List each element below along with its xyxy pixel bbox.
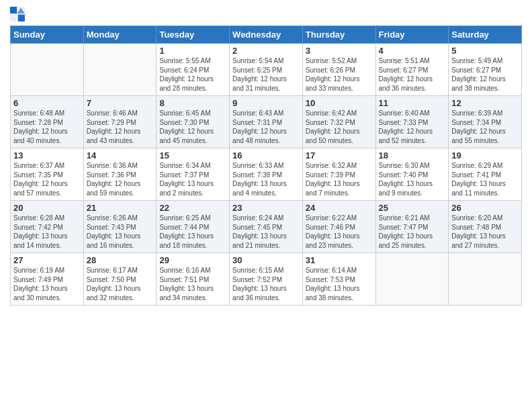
day-detail: Sunrise: 5:51 AMSunset: 6:27 PMDaylight:… [379, 56, 446, 93]
col-header-friday: Friday [375, 26, 449, 44]
calendar-cell: 6Sunrise: 6:48 AMSunset: 7:28 PMDaylight… [11, 96, 84, 148]
day-number: 9 [232, 98, 300, 108]
day-number: 14 [87, 150, 154, 161]
calendar-cell: 11Sunrise: 6:40 AMSunset: 7:33 PMDayligh… [375, 96, 449, 148]
day-detail: Sunrise: 5:52 AMSunset: 6:26 PMDaylight:… [306, 56, 373, 93]
calendar-cell: 1Sunrise: 5:55 AMSunset: 6:24 PMDaylight… [157, 44, 230, 96]
calendar-cell: 13Sunrise: 6:37 AMSunset: 7:35 PMDayligh… [11, 148, 84, 201]
calendar-cell: 31Sunrise: 6:14 AMSunset: 7:53 PMDayligh… [302, 253, 375, 306]
calendar-cell: 12Sunrise: 6:39 AMSunset: 7:34 PMDayligh… [449, 96, 522, 148]
day-detail: Sunrise: 5:55 AMSunset: 6:24 PMDaylight:… [159, 56, 226, 93]
day-detail: Sunrise: 6:17 AMSunset: 7:50 PMDaylight:… [87, 266, 154, 302]
logo-icon [10, 7, 25, 21]
header [10, 7, 522, 21]
calendar-cell: 17Sunrise: 6:32 AMSunset: 7:39 PMDayligh… [302, 148, 375, 201]
calendar-cell: 30Sunrise: 6:15 AMSunset: 7:52 PMDayligh… [230, 253, 303, 306]
day-number: 17 [306, 150, 373, 161]
day-detail: Sunrise: 6:16 AMSunset: 7:51 PMDaylight:… [159, 266, 226, 302]
logo [10, 7, 26, 21]
day-detail: Sunrise: 5:54 AMSunset: 6:25 PMDaylight:… [232, 56, 300, 93]
day-number: 25 [379, 203, 446, 213]
col-header-tuesday: Tuesday [157, 26, 230, 44]
calendar-cell: 29Sunrise: 6:16 AMSunset: 7:51 PMDayligh… [157, 253, 230, 306]
day-detail: Sunrise: 6:37 AMSunset: 7:35 PMDaylight:… [13, 161, 81, 197]
svg-rect-2 [10, 15, 17, 21]
day-detail: Sunrise: 6:28 AMSunset: 7:42 PMDaylight:… [13, 214, 81, 250]
calendar-cell [449, 253, 522, 306]
calendar-cell: 2Sunrise: 5:54 AMSunset: 6:25 PMDaylight… [230, 44, 303, 96]
day-number: 5 [451, 46, 519, 56]
day-number: 29 [159, 255, 226, 265]
day-detail: Sunrise: 6:26 AMSunset: 7:43 PMDaylight:… [87, 214, 154, 250]
calendar-cell: 15Sunrise: 6:34 AMSunset: 7:37 PMDayligh… [157, 148, 230, 201]
day-number: 21 [87, 203, 154, 213]
calendar-cell: 25Sunrise: 6:21 AMSunset: 7:47 PMDayligh… [375, 201, 449, 253]
day-detail: Sunrise: 6:48 AMSunset: 7:28 PMDaylight:… [13, 109, 81, 145]
calendar-cell: 21Sunrise: 6:26 AMSunset: 7:43 PMDayligh… [83, 201, 157, 253]
day-number: 3 [306, 46, 373, 56]
day-number: 12 [451, 98, 519, 108]
calendar-week-row: 27Sunrise: 6:19 AMSunset: 7:49 PMDayligh… [11, 253, 522, 306]
day-number: 31 [306, 255, 373, 265]
day-number: 23 [232, 203, 300, 213]
calendar-cell: 16Sunrise: 6:33 AMSunset: 7:38 PMDayligh… [230, 148, 303, 201]
day-detail: Sunrise: 6:32 AMSunset: 7:39 PMDaylight:… [306, 161, 373, 197]
day-detail: Sunrise: 6:29 AMSunset: 7:41 PMDaylight:… [451, 161, 519, 197]
day-detail: Sunrise: 6:40 AMSunset: 7:33 PMDaylight:… [379, 109, 446, 145]
day-number: 18 [379, 150, 446, 161]
svg-rect-0 [10, 7, 17, 13]
day-detail: Sunrise: 6:45 AMSunset: 7:30 PMDaylight:… [159, 109, 226, 145]
calendar-cell: 4Sunrise: 5:51 AMSunset: 6:27 PMDaylight… [375, 44, 449, 96]
day-number: 28 [87, 255, 154, 265]
day-number: 4 [379, 46, 446, 56]
calendar-cell: 14Sunrise: 6:36 AMSunset: 7:36 PMDayligh… [83, 148, 157, 201]
day-number: 20 [13, 203, 81, 213]
calendar: SundayMondayTuesdayWednesdayThursdayFrid… [10, 26, 522, 306]
day-detail: Sunrise: 6:33 AMSunset: 7:38 PMDaylight:… [232, 161, 300, 197]
day-detail: Sunrise: 6:19 AMSunset: 7:49 PMDaylight:… [13, 266, 81, 302]
day-detail: Sunrise: 6:20 AMSunset: 7:48 PMDaylight:… [451, 214, 519, 250]
day-detail: Sunrise: 6:34 AMSunset: 7:37 PMDaylight:… [159, 161, 226, 197]
day-detail: Sunrise: 6:46 AMSunset: 7:29 PMDaylight:… [87, 109, 154, 145]
day-number: 22 [159, 203, 226, 213]
calendar-cell: 8Sunrise: 6:45 AMSunset: 7:30 PMDaylight… [157, 96, 230, 148]
day-detail: Sunrise: 6:36 AMSunset: 7:36 PMDaylight:… [87, 161, 154, 197]
day-number: 7 [87, 98, 154, 108]
col-header-sunday: Sunday [11, 26, 84, 44]
day-number: 24 [306, 203, 373, 213]
calendar-cell: 27Sunrise: 6:19 AMSunset: 7:49 PMDayligh… [11, 253, 84, 306]
day-detail: Sunrise: 6:30 AMSunset: 7:40 PMDaylight:… [379, 161, 446, 197]
day-detail: Sunrise: 6:21 AMSunset: 7:47 PMDaylight:… [379, 214, 446, 250]
calendar-cell: 5Sunrise: 5:49 AMSunset: 6:27 PMDaylight… [449, 44, 522, 96]
calendar-cell: 7Sunrise: 6:46 AMSunset: 7:29 PMDaylight… [83, 96, 157, 148]
day-number: 13 [13, 150, 81, 161]
calendar-cell: 22Sunrise: 6:25 AMSunset: 7:44 PMDayligh… [157, 201, 230, 253]
day-number: 6 [13, 98, 81, 108]
day-detail: Sunrise: 6:14 AMSunset: 7:53 PMDaylight:… [306, 266, 373, 302]
day-number: 8 [159, 98, 226, 108]
day-detail: Sunrise: 6:15 AMSunset: 7:52 PMDaylight:… [232, 266, 300, 302]
calendar-cell [11, 44, 84, 96]
day-number: 26 [451, 203, 519, 213]
day-detail: Sunrise: 6:39 AMSunset: 7:34 PMDaylight:… [451, 109, 519, 145]
calendar-week-row: 6Sunrise: 6:48 AMSunset: 7:28 PMDaylight… [11, 96, 522, 148]
col-header-monday: Monday [83, 26, 157, 44]
day-number: 30 [232, 255, 300, 265]
calendar-cell [375, 253, 449, 306]
calendar-cell: 28Sunrise: 6:17 AMSunset: 7:50 PMDayligh… [83, 253, 157, 306]
day-number: 10 [306, 98, 373, 108]
svg-rect-3 [18, 15, 25, 21]
day-detail: Sunrise: 6:24 AMSunset: 7:45 PMDaylight:… [232, 214, 300, 250]
day-number: 16 [232, 150, 300, 161]
day-number: 15 [159, 150, 226, 161]
col-header-thursday: Thursday [302, 26, 375, 44]
calendar-week-row: 1Sunrise: 5:55 AMSunset: 6:24 PMDaylight… [11, 44, 522, 96]
day-number: 27 [13, 255, 81, 265]
calendar-cell: 9Sunrise: 6:43 AMSunset: 7:31 PMDaylight… [230, 96, 303, 148]
day-detail: Sunrise: 6:42 AMSunset: 7:32 PMDaylight:… [306, 109, 373, 145]
calendar-cell [83, 44, 157, 96]
day-detail: Sunrise: 6:22 AMSunset: 7:46 PMDaylight:… [306, 214, 373, 250]
col-header-saturday: Saturday [449, 26, 522, 44]
day-detail: Sunrise: 6:43 AMSunset: 7:31 PMDaylight:… [232, 109, 300, 145]
day-number: 1 [159, 46, 226, 56]
